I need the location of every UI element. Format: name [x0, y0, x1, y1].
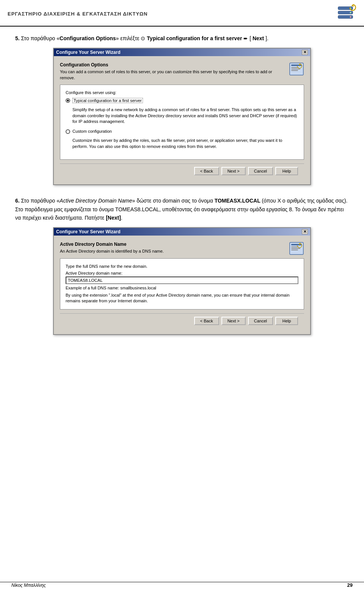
radio-custom[interactable] [66, 129, 70, 134]
section-6-text-part2: » δώστε στο domain σας το όνομα [132, 198, 214, 204]
section-5-text: 5. Στο παράθυρο «Configuration Options» … [15, 34, 349, 42]
dialog-1-back-btn[interactable]: < Back [194, 167, 219, 175]
dialog-2-back-btn[interactable]: < Back [194, 317, 219, 325]
dialog-1-title: Configure Your Server Wizard [56, 50, 120, 55]
dialog-2-cancel-btn[interactable]: Cancel [248, 317, 273, 325]
dialog-2-titlebar: Configure Your Server Wizard ✕ [54, 228, 310, 236]
page-content: 5. Στο παράθυρο «Configuration Options» … [0, 27, 364, 361]
dialog-2-next-btn[interactable]: Next > [221, 317, 246, 325]
footer-author: Νίκος Μπαλλίνης [11, 583, 46, 588]
section-5-number: 5. [15, 35, 20, 41]
svg-rect-16 [291, 248, 300, 249]
dialog-2-section-desc: An Active Directory domain is identified… [60, 248, 286, 254]
svg-rect-10 [291, 69, 300, 69]
section-5-text-part3: ➨ [ [242, 35, 251, 41]
section-5-text-part2: » επιλέξτε ⊙ [116, 35, 147, 41]
dialog-1-cancel-btn[interactable]: Cancel [248, 167, 273, 175]
dialog-2: Configure Your Server Wizard ✕ Active Di… [53, 227, 311, 335]
page-header: ΕΡΓΑΣΤΗΡΙΟ ΔΙΑΧΕΙΡΙΣΗ & ΕΓΚΑΤΑΣΤΑΣΗ ΔΙΚΤ… [0, 0, 364, 27]
dialog-2-title: Configure Your Server Wizard [56, 229, 120, 234]
section-5-text-part4: ]. [264, 35, 268, 41]
dialog-1-body: Configuration Options You can add a comm… [54, 56, 310, 184]
section-6-italic: Active Directory Domain Name [60, 198, 132, 204]
dialog-2-body: Active Directory Domain Name An Active D… [54, 236, 310, 334]
section-5: 5. Στο παράθυρο «Configuration Options» … [15, 34, 349, 185]
dialog-2-section-title: Active Directory Domain Name [60, 242, 286, 247]
dialog-1-close[interactable]: ✕ [302, 50, 308, 55]
section-6-bold2: [Next] [106, 215, 121, 221]
section-6-bold: TOMEASX.LOCAL [215, 198, 260, 204]
section-5-bold3: Next [251, 35, 264, 41]
section-6: 6. Στο παράθυρο «Active Directory Domain… [15, 196, 349, 335]
section-5-bold2: Typical configuration for a first server [147, 35, 242, 41]
wizard-icon-1 [289, 62, 304, 76]
dialog-1-configure-label: Configure this server using: [66, 90, 298, 95]
network-icon [334, 4, 356, 24]
dialog-2-inner: Type the full DNS name for the new domai… [60, 258, 304, 310]
dialog-2-help-btn[interactable]: Help [275, 317, 298, 325]
wizard-icon-2 [289, 242, 304, 255]
svg-point-4 [350, 12, 351, 13]
dialog-2-close[interactable]: ✕ [302, 229, 308, 234]
dialog-2-dns-label: Type the full DNS name for the new domai… [66, 264, 298, 269]
dialog-2-note: By using the extension ".local" at the e… [66, 292, 298, 304]
option-custom-label[interactable]: Custom configuration [72, 129, 112, 134]
dialog-2-example: Example of a full DNS name: smallbusines… [66, 286, 298, 290]
option-typical-label[interactable]: Typical configuration for a first server [72, 98, 143, 103]
dialog-1-inner: Configure this server using: Typical con… [60, 85, 304, 160]
svg-point-5 [350, 16, 351, 18]
dialog-1-section-title: Configuration Options [60, 62, 286, 68]
page-footer: Νίκος Μπαλλίνης 29 [0, 582, 364, 588]
dialog-2-input-label: Active Directory domain name: [66, 271, 298, 275]
section-6-number: 6. [15, 198, 20, 204]
dialog-1-next-btn[interactable]: Next > [221, 167, 246, 175]
dialog-1: Configure Your Server Wizard ✕ Configura… [53, 48, 311, 185]
dialog-2-footer: < Back Next > Cancel Help [60, 313, 304, 328]
svg-rect-11 [291, 70, 298, 71]
svg-rect-17 [291, 250, 298, 250]
section-6-text: 6. Στο παράθυρο «Active Directory Domain… [15, 196, 349, 222]
option-typical-desc: Simplify the setup of a new network by a… [72, 107, 298, 124]
dialog-2-domain-input[interactable] [66, 277, 298, 284]
dialog-1-help-btn[interactable]: Help [275, 167, 298, 175]
header-title: ΕΡΓΑΣΤΗΡΙΟ ΔΙΑΧΕΙΡΙΣΗ & ΕΓΚΑΤΑΣΤΑΣΗ ΔΙΚΤ… [8, 11, 147, 17]
dialog-1-section-desc: You can add a common set of roles to thi… [60, 69, 286, 81]
dialog-1-titlebar: Configure Your Server Wizard ✕ [54, 49, 310, 56]
section-6-text-part1: Στο παράθυρο « [21, 198, 60, 204]
section-5-bold: Configuration Options [60, 35, 116, 41]
radio-typical[interactable] [66, 98, 70, 103]
dialog-1-footer: < Back Next > Cancel Help [60, 163, 304, 178]
option-custom: Custom configuration Customize this serv… [66, 129, 298, 149]
footer-page: 29 [347, 582, 353, 588]
section-5-text-part1: Στο παράθυρο « [21, 35, 60, 41]
section-6-text-part4: . [121, 215, 122, 221]
option-custom-desc: Customize this server by adding the role… [72, 138, 298, 149]
option-typical: Typical configuration for a first server… [66, 98, 298, 124]
